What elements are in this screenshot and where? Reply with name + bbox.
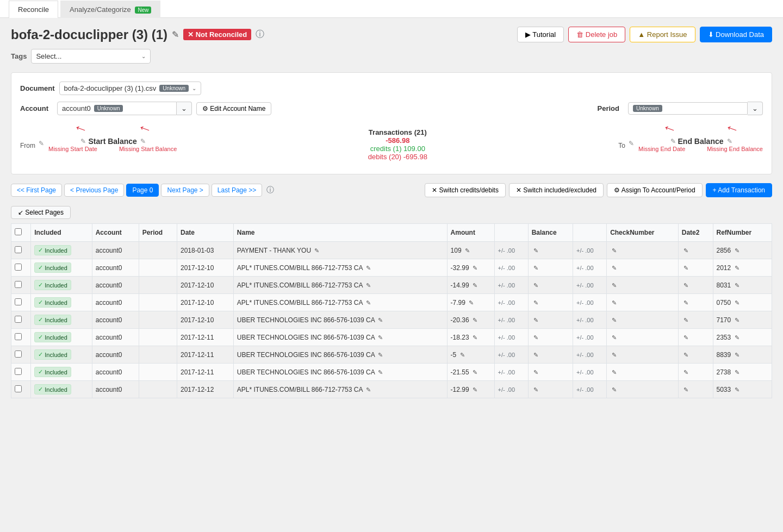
row-balance-pm-0[interactable]: +/- .00 [573, 242, 607, 259]
row-balance-5[interactable]: ✎ [528, 329, 573, 346]
first-page-btn[interactable]: << First Page [11, 184, 62, 197]
account-chevron-btn[interactable]: ⌄ [177, 102, 192, 115]
period-input[interactable]: Unknown [628, 102, 748, 115]
row-date2-5[interactable]: ✎ [678, 329, 713, 346]
help-icon[interactable]: ⓘ [256, 29, 264, 40]
document-select[interactable]: bofa-2-docuclipper (3) (1).csv Unknown ⌄ [59, 82, 202, 95]
row-period-0 [139, 242, 177, 259]
row-account-8: account0 [92, 381, 139, 398]
row-balance-7[interactable]: ✎ [528, 364, 573, 381]
row-balance-pm-4[interactable]: +/- .00 [573, 311, 607, 329]
last-page-btn[interactable]: Last Page >> [212, 184, 262, 197]
col-header-checkbox[interactable] [11, 224, 31, 242]
row-ref-6: 8839 ✎ [713, 346, 772, 364]
tab-reconcile[interactable]: Reconcile [9, 1, 58, 18]
row-amount-pm-6[interactable]: +/- .00 [494, 346, 528, 364]
row-date2-4[interactable]: ✎ [678, 311, 713, 329]
row-balance-pm-5[interactable]: +/- .00 [573, 329, 607, 346]
select-pages-btn[interactable]: ↙ Select Pages [11, 206, 71, 219]
pagination-help-icon[interactable]: ⓘ [266, 185, 274, 195]
account-input[interactable]: account0 Unknown [57, 102, 177, 115]
row-check-4[interactable]: ✎ [607, 311, 679, 329]
row-check-5[interactable]: ✎ [607, 329, 679, 346]
table-scroll-container[interactable]: Included Account Period Date Name Amount… [11, 223, 772, 398]
row-checkbox-4[interactable] [11, 311, 31, 329]
row-checkbox-7[interactable] [11, 364, 31, 381]
row-checkbox-2[interactable] [11, 277, 31, 294]
row-date2-3[interactable]: ✎ [678, 294, 713, 311]
row-included-6: ✓ Included [31, 346, 92, 364]
edit-account-name-button[interactable]: ⚙ Edit Account Name [196, 102, 271, 115]
current-page-btn[interactable]: Page 0 [126, 184, 159, 197]
delete-job-button[interactable]: 🗑 Delete job [568, 27, 625, 42]
period-chevron-btn[interactable]: ⌄ [748, 102, 763, 115]
title-edit-icon[interactable]: ✎ [172, 29, 179, 40]
row-checkbox-5[interactable] [11, 329, 31, 346]
row-checkbox-1[interactable] [11, 259, 31, 277]
row-date2-2[interactable]: ✎ [678, 277, 713, 294]
row-balance-1[interactable]: ✎ [528, 259, 573, 277]
row-date2-8[interactable]: ✎ [678, 381, 713, 398]
row-balance-4[interactable]: ✎ [528, 311, 573, 329]
switch-included-excluded-btn[interactable]: ✕ Switch included/excluded [509, 183, 604, 197]
add-transaction-btn[interactable]: + Add Transaction [706, 183, 772, 197]
row-balance-pm-3[interactable]: +/- .00 [573, 294, 607, 311]
tags-placeholder: Select... [36, 52, 61, 60]
row-checkbox-8[interactable] [11, 381, 31, 398]
to-edit-icon[interactable]: ✎ [629, 140, 634, 147]
row-amount-pm-4[interactable]: +/- .00 [494, 311, 528, 329]
row-amount-pm-3[interactable]: +/- .00 [494, 294, 528, 311]
from-edit-icon[interactable]: ✎ [39, 140, 44, 147]
row-balance-3[interactable]: ✎ [528, 294, 573, 311]
col-header-check-number: CheckNumber [607, 224, 679, 242]
row-date2-1[interactable]: ✎ [678, 259, 713, 277]
row-balance-pm-8[interactable]: +/- .00 [573, 381, 607, 398]
row-amount-pm-5[interactable]: +/- .00 [494, 329, 528, 346]
row-checkbox-0[interactable] [11, 242, 31, 259]
row-check-2[interactable]: ✎ [607, 277, 679, 294]
row-balance-0[interactable]: ✎ [528, 242, 573, 259]
switch-credits-debits-btn[interactable]: ✕ Switch credits/debits [425, 183, 506, 197]
row-check-8[interactable]: ✎ [607, 381, 679, 398]
prev-page-btn[interactable]: < Previous Page [64, 184, 124, 197]
report-issue-button[interactable]: ▲ Report Issue [630, 27, 695, 42]
row-check-0[interactable]: ✎ [607, 242, 679, 259]
row-amount-pm-0[interactable]: +/- .00 [494, 242, 528, 259]
row-check-7[interactable]: ✎ [607, 364, 679, 381]
start-balance-edit-icon[interactable]: ✎ [80, 137, 86, 145]
row-date2-6[interactable]: ✎ [678, 346, 713, 364]
row-date2-7[interactable]: ✎ [678, 364, 713, 381]
row-amount-pm-7[interactable]: +/- .00 [494, 364, 528, 381]
row-name-2: APL* ITUNES.COM/BILL 866-712-7753 CA ✎ [233, 277, 447, 294]
next-page-btn[interactable]: Next Page > [161, 184, 209, 197]
end-balance-edit-icon[interactable]: ✎ [670, 137, 676, 145]
tags-select[interactable]: Select... ⌄ [31, 49, 151, 64]
row-amount-pm-1[interactable]: +/- .00 [494, 259, 528, 277]
row-checkbox-6[interactable] [11, 346, 31, 364]
row-balance-8[interactable]: ✎ [528, 381, 573, 398]
row-account-5: account0 [92, 329, 139, 346]
row-amount-5: -18.23 ✎ [447, 329, 494, 346]
row-balance-pm-1[interactable]: +/- .00 [573, 259, 607, 277]
row-balance-pm-6[interactable]: +/- .00 [573, 346, 607, 364]
row-balance-2[interactable]: ✎ [528, 277, 573, 294]
row-amount-pm-8[interactable]: +/- .00 [494, 381, 528, 398]
row-check-3[interactable]: ✎ [607, 294, 679, 311]
row-balance-pm-7[interactable]: +/- .00 [573, 364, 607, 381]
select-all-checkbox[interactable] [15, 228, 22, 235]
col-header-amount-pm [494, 224, 528, 242]
row-check-6[interactable]: ✎ [607, 346, 679, 364]
end-balance-edit2-icon[interactable]: ✎ [727, 137, 732, 145]
row-balance-6[interactable]: ✎ [528, 346, 573, 364]
download-data-button[interactable]: ⬇ Download Data [700, 27, 773, 42]
row-balance-pm-2[interactable]: +/- .00 [573, 277, 607, 294]
tutorial-button[interactable]: ▶ Tutorial [517, 27, 564, 42]
row-date2-0[interactable]: ✎ [678, 242, 713, 259]
tab-analyze[interactable]: Analyze/Categorize New [60, 1, 160, 18]
row-amount-pm-2[interactable]: +/- .00 [494, 277, 528, 294]
row-check-1[interactable]: ✎ [607, 259, 679, 277]
assign-account-period-btn[interactable]: ⚙ Assign To Account/Period [607, 183, 703, 197]
start-balance-edit2-icon[interactable]: ✎ [140, 137, 146, 145]
col-header-balance: Balance [528, 224, 573, 242]
row-checkbox-3[interactable] [11, 294, 31, 311]
